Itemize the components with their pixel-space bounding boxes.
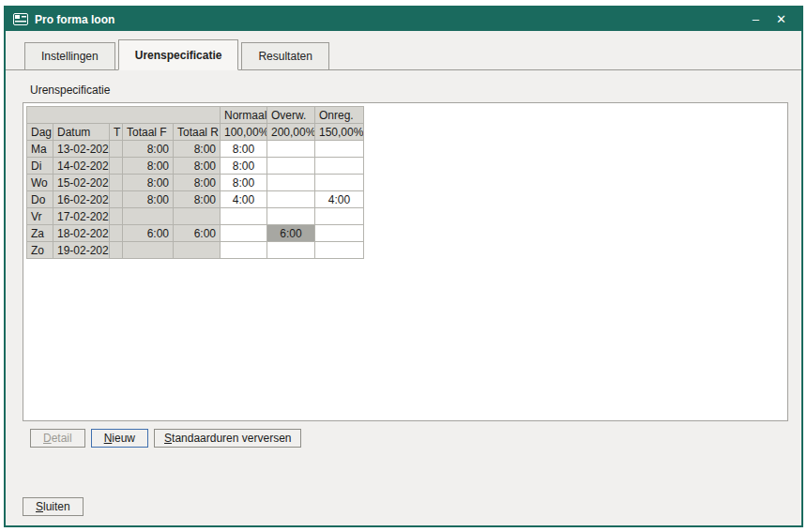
- table-row: Vr17-02-2023: [27, 208, 364, 225]
- table-cell: Wo: [27, 175, 53, 191]
- table-cell: 18-02-2023: [53, 225, 110, 242]
- window-icon: [13, 13, 28, 25]
- table-row: Di14-02-20238:008:008:00: [27, 158, 364, 175]
- detail-button: Detail: [30, 429, 85, 448]
- table-cell: 17-02-2023: [53, 208, 110, 225]
- tab-strip: Instellingen Urenspecificatie Resultaten: [6, 31, 801, 70]
- standaarduren-verversen-button[interactable]: Standaarduren verversen: [154, 429, 301, 448]
- table-cell[interactable]: [267, 175, 315, 191]
- table-cell: 6:00: [174, 225, 221, 242]
- header-group-normaal: Normaal: [221, 107, 267, 124]
- header-pct-normaal: 100,00%: [221, 124, 267, 141]
- table-cell: 6:00: [123, 225, 174, 242]
- table-cell: [123, 208, 174, 225]
- table-cell: 8:00: [174, 158, 221, 175]
- table-cell: [110, 242, 123, 259]
- table-cell: [110, 158, 123, 175]
- tab-resultaten[interactable]: Resultaten: [241, 42, 328, 69]
- table-row: Za18-02-20236:006:006:00: [27, 225, 364, 242]
- table-cell[interactable]: [315, 158, 364, 175]
- table-cell: Za: [27, 225, 53, 242]
- header-t: T: [110, 124, 123, 141]
- table-cell: [110, 225, 123, 242]
- table-cell[interactable]: [221, 242, 267, 259]
- table-cell[interactable]: [267, 242, 315, 259]
- table-cell[interactable]: [267, 191, 315, 208]
- table-cell: 8:00: [123, 158, 174, 175]
- dialog-footer: Sluiten: [23, 497, 89, 516]
- header-datum: Datum: [53, 124, 110, 141]
- hours-table: Normaal Overw. Onreg. Dag Datum T Totaal…: [26, 106, 364, 259]
- table-cell: 15-02-2023: [53, 175, 110, 191]
- header-totaal-r: Totaal R: [174, 124, 221, 141]
- table-cell[interactable]: [315, 175, 364, 191]
- close-button[interactable]: ✕: [770, 11, 792, 27]
- table-cell[interactable]: [267, 158, 315, 175]
- table-cell[interactable]: [315, 208, 364, 225]
- table-cell[interactable]: 4:00: [315, 191, 364, 208]
- table-cell[interactable]: [315, 242, 364, 259]
- nieuw-button[interactable]: Nieuw: [91, 429, 148, 448]
- dialog-window: Pro forma loon – ✕ Instellingen Urenspec…: [4, 6, 803, 527]
- table-cell[interactable]: [221, 225, 267, 242]
- table-cell: [110, 191, 123, 208]
- header-totaal-f: Totaal F: [123, 124, 174, 141]
- table-cell: Zo: [27, 242, 53, 259]
- table-cell[interactable]: 4:00: [221, 191, 267, 208]
- table-header-groups: Normaal Overw. Onreg.: [27, 107, 364, 124]
- tab-instellingen[interactable]: Instellingen: [24, 42, 115, 69]
- table-cell[interactable]: [267, 141, 315, 158]
- titlebar[interactable]: Pro forma loon – ✕: [6, 8, 801, 31]
- table-cell: 8:00: [174, 175, 221, 191]
- table-cell: Di: [27, 158, 53, 175]
- table-cell: 8:00: [123, 141, 174, 158]
- table-cell: [174, 208, 221, 225]
- table-row: Wo15-02-20238:008:008:00: [27, 175, 364, 191]
- table-cell: 8:00: [123, 191, 174, 208]
- table-cell: 13-02-2023: [53, 141, 110, 158]
- group-label: Urenspecificatie: [30, 84, 788, 97]
- grid-button-row: Detail Nieuw Standaarduren verversen: [30, 429, 788, 448]
- table-cell[interactable]: [267, 208, 315, 225]
- table-body: Ma13-02-20238:008:008:00Di14-02-20238:00…: [27, 141, 364, 259]
- table-cell: 8:00: [123, 175, 174, 191]
- table-row: Zo19-02-2023: [27, 242, 364, 259]
- table-cell: [174, 242, 221, 259]
- table-cell: Ma: [27, 141, 53, 158]
- header-dag: Dag: [27, 124, 53, 141]
- window-title: Pro forma loon: [35, 13, 747, 26]
- header-group-onreg: Onreg.: [315, 107, 364, 124]
- table-cell[interactable]: [221, 208, 267, 225]
- table-cell: 14-02-2023: [53, 158, 110, 175]
- header-pct-onreg: 150,00%: [315, 124, 364, 141]
- table-cell: [123, 242, 174, 259]
- table-cell: 19-02-2023: [53, 242, 110, 259]
- sluiten-button[interactable]: Sluiten: [23, 497, 84, 516]
- header-pct-overw: 200,00%: [267, 124, 315, 141]
- tab-urenspecificatie[interactable]: Urenspecificatie: [118, 39, 239, 70]
- table-cell[interactable]: 8:00: [221, 141, 267, 158]
- selected-cell[interactable]: 6:00: [267, 225, 315, 242]
- table-row: Do16-02-20238:008:004:004:00: [27, 191, 364, 208]
- minimize-button[interactable]: –: [747, 11, 765, 27]
- hours-panel: Normaal Overw. Onreg. Dag Datum T Totaal…: [23, 102, 788, 421]
- table-cell: 16-02-2023: [53, 191, 110, 208]
- table-cell: 8:00: [174, 141, 221, 158]
- table-cell[interactable]: [315, 225, 364, 242]
- table-cell[interactable]: [315, 141, 364, 158]
- table-row: Ma13-02-20238:008:008:00: [27, 141, 364, 158]
- table-cell: Vr: [27, 208, 53, 225]
- table-cell[interactable]: 8:00: [221, 175, 267, 191]
- table-cell: 8:00: [174, 191, 221, 208]
- header-group-overw: Overw.: [267, 107, 315, 124]
- table-cell: [110, 175, 123, 191]
- table-cell: [110, 141, 123, 158]
- table-cell: Do: [27, 191, 53, 208]
- tab-content: Urenspecificatie Normaal Overw. Onreg.: [6, 70, 801, 448]
- table-cell[interactable]: 8:00: [221, 158, 267, 175]
- table-cell: [110, 208, 123, 225]
- header-blank: [27, 107, 221, 124]
- table-header-columns: Dag Datum T Totaal F Totaal R 100,00% 20…: [27, 124, 364, 141]
